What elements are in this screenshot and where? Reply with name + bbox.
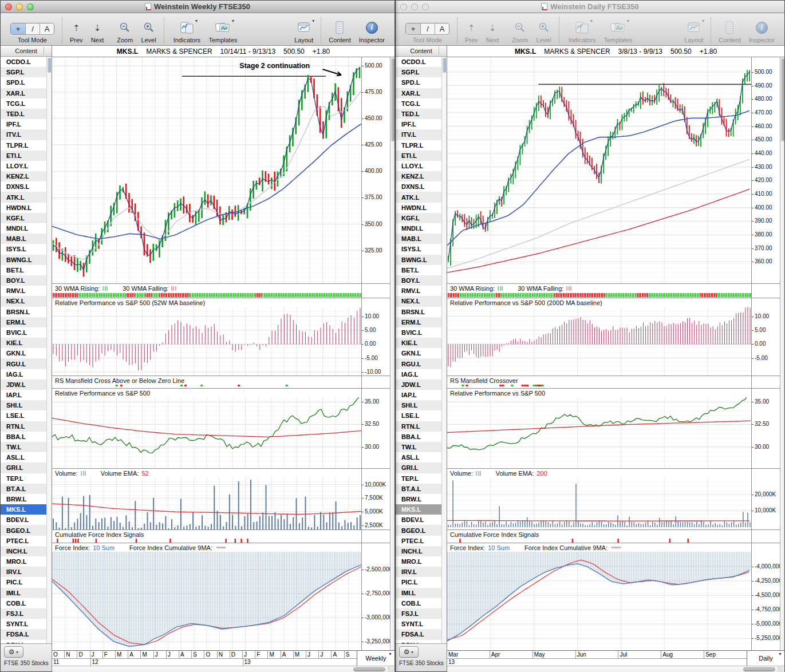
- list-item[interactable]: PTEC.L: [1, 536, 46, 546]
- list-item[interactable]: ETI.L: [396, 151, 441, 161]
- list-item[interactable]: IMI.L: [396, 588, 441, 598]
- list-item[interactable]: MNDI.L: [1, 223, 46, 234]
- list-item[interactable]: BRW.L: [1, 494, 46, 504]
- list-item[interactable]: GRI.L: [396, 463, 441, 473]
- list-item[interactable]: SHI.L: [1, 400, 46, 410]
- list-item[interactable]: TW.L: [396, 442, 441, 452]
- list-item[interactable]: RMV.L: [1, 286, 46, 296]
- list-item[interactable]: FSJ.L: [1, 608, 46, 619]
- content-button[interactable]: Content: [329, 20, 351, 44]
- list-item[interactable]: COB.L: [396, 598, 441, 608]
- list-item[interactable]: GRI.L: [1, 463, 46, 473]
- list-item[interactable]: BBA.L: [396, 432, 441, 442]
- vertical-scrollbar[interactable]: [780, 57, 784, 650]
- list-item[interactable]: BT.A.L: [1, 484, 46, 494]
- titlebar[interactable]: Weinstein Weekly FTSE350: [1, 1, 395, 13]
- list-item[interactable]: OCDO.L: [1, 57, 46, 67]
- list-item[interactable]: GKN.L: [396, 348, 441, 358]
- prev-button[interactable]: ⇡Prev: [70, 20, 83, 44]
- zoom-in-button[interactable]: Level: [536, 20, 551, 44]
- list-item[interactable]: IAP.L: [396, 390, 441, 400]
- volume-chart[interactable]: Volume: Volume EMA:52: [52, 469, 361, 529]
- list-item[interactable]: ATK.L: [1, 192, 46, 202]
- indicators-button[interactable]: ▼Indicators: [569, 20, 596, 44]
- resize-grip[interactable]: [778, 667, 784, 672]
- list-item[interactable]: HWDN.L: [396, 203, 441, 213]
- resize-grip[interactable]: [388, 667, 394, 672]
- list-item[interactable]: JDW.L: [1, 380, 46, 390]
- list-item[interactable]: MKS.L: [1, 504, 46, 515]
- layout-button[interactable]: ▼Layout: [684, 20, 703, 44]
- vertical-scrollbar[interactable]: [390, 57, 395, 650]
- tool-crosshair-button[interactable]: +: [406, 23, 420, 34]
- list-item[interactable]: ASL.L: [1, 452, 46, 463]
- scrollbar-thumb[interactable]: [781, 58, 784, 141]
- list-item[interactable]: ERM.L: [396, 317, 441, 327]
- list-item[interactable]: FSJ.L: [396, 608, 441, 619]
- prev-button[interactable]: ⇡Prev: [465, 20, 478, 44]
- list-item[interactable]: XAR.L: [396, 88, 441, 98]
- list-item[interactable]: IRV.L: [1, 567, 46, 577]
- list-item[interactable]: DRX.L: [396, 640, 441, 644]
- close-button[interactable]: [400, 3, 407, 10]
- list-item[interactable]: TED.L: [1, 109, 46, 119]
- scrollbar-thumb[interactable]: [48, 58, 51, 73]
- list-item[interactable]: NEX.L: [1, 296, 46, 306]
- list-item[interactable]: PIC.L: [1, 577, 46, 587]
- zoom-out-button[interactable]: Zoom: [117, 20, 133, 44]
- tool-line-button[interactable]: /: [25, 23, 40, 34]
- wma-signal-strip[interactable]: 30 WMA Rising: 30 WMA Falling:: [447, 284, 751, 298]
- list-item[interactable]: SPD.L: [1, 77, 46, 88]
- gear-button[interactable]: ⚙▼: [4, 646, 23, 658]
- sidebar-header[interactable]: Content: [1, 46, 52, 57]
- list-item[interactable]: LLOY.L: [1, 161, 46, 171]
- list-item[interactable]: KGF.L: [1, 213, 46, 223]
- list-item[interactable]: MNDI.L: [396, 223, 441, 234]
- list-item[interactable]: HWDN.L: [1, 203, 46, 213]
- list-item[interactable]: IMI.L: [1, 588, 46, 598]
- horizontal-scrollbar[interactable]: [447, 666, 784, 672]
- list-item[interactable]: SHI.L: [396, 400, 441, 410]
- list-item[interactable]: RGU.L: [396, 358, 441, 369]
- list-item[interactable]: INCH.L: [396, 546, 441, 556]
- force-index-chart[interactable]: Force Index:10 Sum Force Index Cumulativ…: [52, 543, 361, 650]
- list-item[interactable]: BRSN.L: [396, 307, 441, 317]
- list-item[interactable]: MAB.L: [396, 234, 441, 244]
- close-button[interactable]: [5, 3, 12, 10]
- list-item[interactable]: KIE.L: [396, 338, 441, 348]
- list-item[interactable]: KGF.L: [396, 213, 441, 223]
- list-item[interactable]: BRSN.L: [1, 307, 46, 317]
- list-item[interactable]: BWNG.L: [396, 255, 441, 265]
- list-item[interactable]: TEP.L: [396, 473, 441, 484]
- mansfield-signal-strip[interactable]: RS Mansfield Cross Above or Below Zero L…: [52, 376, 361, 388]
- list-item[interactable]: RGU.L: [1, 358, 46, 369]
- list-item[interactable]: KENZ.L: [396, 171, 441, 181]
- list-item[interactable]: RMV.L: [396, 286, 441, 296]
- templates-button[interactable]: ▼Templates: [208, 20, 237, 44]
- list-item[interactable]: MRO.L: [396, 556, 441, 567]
- list-item[interactable]: DXNS.L: [396, 181, 441, 192]
- list-item[interactable]: IRV.L: [396, 567, 441, 577]
- list-item[interactable]: TW.L: [1, 442, 46, 452]
- list-item[interactable]: KIE.L: [1, 338, 46, 348]
- list-item[interactable]: MRO.L: [1, 556, 46, 567]
- list-item[interactable]: BET.L: [1, 265, 46, 275]
- scrollbar-thumb[interactable]: [353, 667, 385, 671]
- list-item[interactable]: IAP.L: [1, 390, 46, 400]
- force-index-chart[interactable]: Force Index:10 Sum Force Index Cumulativ…: [447, 543, 751, 650]
- list-item[interactable]: ITV.L: [1, 129, 46, 140]
- list-item[interactable]: ERM.L: [1, 317, 46, 327]
- list-item[interactable]: KENZ.L: [1, 171, 46, 181]
- list-item[interactable]: BWNG.L: [1, 255, 46, 265]
- list-item[interactable]: SGP.L: [1, 67, 46, 77]
- list-item[interactable]: TCG.L: [1, 98, 46, 109]
- list-item[interactable]: PTEC.L: [396, 536, 441, 546]
- zoom-in-button[interactable]: Level: [141, 20, 156, 44]
- list-item[interactable]: BOY.L: [396, 275, 441, 286]
- rp-line-chart[interactable]: Relative Performance vs S&P 500: [447, 389, 751, 468]
- list-item[interactable]: TLPR.L: [396, 140, 441, 151]
- list-item[interactable]: BBA.L: [1, 432, 46, 442]
- list-item[interactable]: RTN.L: [1, 421, 46, 432]
- sidebar-header[interactable]: Content: [396, 46, 447, 57]
- layout-button[interactable]: ▼Layout: [294, 20, 313, 44]
